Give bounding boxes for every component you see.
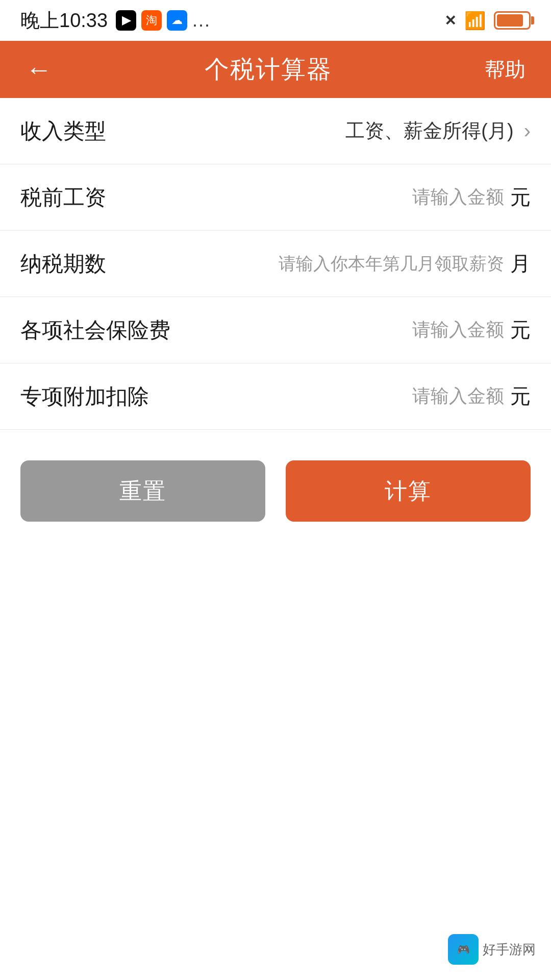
signal-bars-icon: ✕ — [444, 12, 456, 29]
special-deduction-row[interactable]: 专项附加扣除 请输入金额 元 — [0, 363, 551, 430]
back-button[interactable]: ← — [20, 51, 57, 88]
help-button[interactable]: 帮助 — [480, 51, 531, 89]
tiktok-icon: ▶ — [116, 10, 136, 31]
pre-tax-salary-unit: 元 — [510, 183, 531, 211]
reset-button[interactable]: 重置 — [20, 460, 265, 522]
social-insurance-value-area: 请输入金额 元 — [412, 316, 531, 344]
special-deduction-label: 专项附加扣除 — [20, 382, 149, 411]
status-icons: ▶ 淘 ☁ ... — [116, 10, 211, 31]
pre-tax-salary-placeholder: 请输入金额 — [412, 185, 504, 210]
back-arrow-icon: ← — [26, 56, 52, 83]
income-type-value: 工资、薪金所得(月) — [345, 118, 513, 144]
cloud-icon: ☁ — [167, 10, 187, 31]
special-deduction-placeholder: 请输入金额 — [412, 384, 504, 409]
tax-period-placeholder: 请输入你本年第几月领取薪资 — [279, 252, 504, 276]
pre-tax-salary-row[interactable]: 税前工资 请输入金额 元 — [0, 164, 551, 231]
pre-tax-salary-label: 税前工资 — [20, 183, 106, 212]
tax-period-value-area: 请输入你本年第几月领取薪资 月 — [279, 250, 531, 278]
social-insurance-row[interactable]: 各项社会保险费 请输入金额 元 — [0, 297, 551, 363]
special-deduction-value-area: 请输入金额 元 — [412, 382, 531, 410]
watermark-logo-icon: 🎮 — [448, 934, 479, 965]
dots-label: ... — [192, 10, 211, 31]
status-bar-right: ✕ 📶 9 — [444, 10, 531, 31]
pre-tax-salary-value-area: 请输入金额 元 — [412, 183, 531, 211]
watermark-text: 好手游网 — [483, 941, 536, 959]
header: ← 个税计算器 帮助 — [0, 41, 551, 98]
income-type-label: 收入类型 — [20, 117, 106, 145]
income-type-value-area: 工资、薪金所得(月) › — [345, 118, 531, 144]
chevron-right-icon: › — [524, 119, 531, 142]
buttons-row: 重置 计算 — [0, 430, 551, 552]
status-time: 晚上10:33 — [20, 8, 108, 34]
taobao-icon: 淘 — [141, 10, 162, 31]
status-bar: 晚上10:33 ▶ 淘 ☁ ... ✕ 📶 9 — [0, 0, 551, 41]
social-insurance-label: 各项社会保险费 — [20, 316, 170, 345]
battery-level: 9 — [509, 15, 515, 27]
battery-icon: 9 — [494, 11, 531, 30]
page-title: 个税计算器 — [205, 53, 332, 86]
content-area: 收入类型 工资、薪金所得(月) › 税前工资 请输入金额 元 纳税期数 请输入你… — [0, 98, 551, 552]
tax-period-unit: 月 — [510, 250, 531, 278]
social-insurance-placeholder: 请输入金额 — [412, 317, 504, 342]
wifi-icon: 📶 — [464, 10, 486, 31]
footer-watermark: 🎮 好手游网 — [448, 934, 536, 965]
tax-period-row[interactable]: 纳税期数 请输入你本年第几月领取薪资 月 — [0, 231, 551, 297]
status-bar-left: 晚上10:33 ▶ 淘 ☁ ... — [20, 8, 211, 34]
calculate-button[interactable]: 计算 — [286, 460, 531, 522]
social-insurance-unit: 元 — [510, 316, 531, 344]
tax-period-label: 纳税期数 — [20, 250, 106, 278]
income-type-row[interactable]: 收入类型 工资、薪金所得(月) › — [0, 98, 551, 164]
special-deduction-unit: 元 — [510, 382, 531, 410]
